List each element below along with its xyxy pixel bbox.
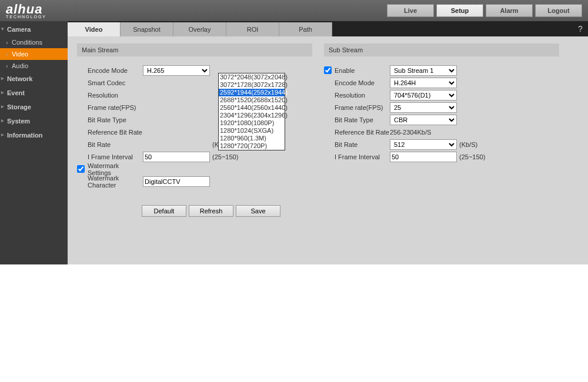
tab-bar: Video Snapshot Overlay ROI Path ?	[68, 21, 588, 36]
sub-brt-label: Bit Rate Type	[335, 116, 390, 123]
sidebar-item-conditions[interactable]: Conditions	[0, 36, 68, 48]
sub-encode-select[interactable]: H.264H	[390, 78, 457, 88]
action-buttons: Default Refresh Save	[142, 205, 312, 217]
nav-alarm[interactable]: Alarm	[486, 4, 533, 17]
res-opt[interactable]: 3072*1728(3072x1728)	[219, 81, 285, 89]
sidebar-network[interactable]: Network	[0, 72, 68, 86]
resolution-dropdown-list[interactable]: 3072*2048(3072x2048) 3072*1728(3072x1728…	[218, 73, 285, 150]
smart-codec-label: Smart Codec	[88, 79, 143, 86]
sidebar-item-video[interactable]: Video	[0, 48, 68, 60]
sub-iframe-hint: (25~150)	[459, 153, 485, 160]
sub-stream-title: Sub Stream	[324, 43, 559, 56]
save-button[interactable]: Save	[236, 205, 280, 217]
topbar: alhua TECHNOLOGY Live Setup Alarm Logout	[0, 0, 588, 21]
encode-mode-label: Encode Mode	[88, 67, 143, 74]
sub-iframe-input[interactable]	[390, 152, 457, 162]
sub-br-unit: (Kb/S)	[459, 141, 477, 148]
watermark-checkbox[interactable]	[77, 165, 85, 173]
sidebar-system[interactable]: System	[0, 114, 68, 128]
sub-refbr-value: 256-2304Kb/S	[390, 129, 431, 136]
sub-res-select[interactable]: 704*576(D1)	[390, 90, 457, 100]
brand-logo: alhua TECHNOLOGY	[6, 3, 46, 19]
content-area: Video Snapshot Overlay ROI Path ? Main S…	[68, 21, 588, 264]
tab-video[interactable]: Video	[68, 22, 121, 36]
bitrate-type-label: Bit Rate Type	[88, 116, 143, 123]
sidebar-item-audio[interactable]: Audio	[0, 60, 68, 72]
refresh-button[interactable]: Refresh	[189, 205, 233, 217]
fps-label: Frame rate(FPS)	[88, 104, 143, 111]
sidebar-information[interactable]: Information	[0, 128, 68, 142]
sub-br-select[interactable]: 512	[390, 139, 457, 150]
nav-live[interactable]: Live	[387, 4, 434, 17]
res-opt[interactable]: 1920*1080(1080P)	[219, 119, 285, 127]
default-button[interactable]: Default	[142, 205, 186, 217]
sidebar: Camera Conditions Video Audio Network Ev…	[0, 21, 68, 264]
resolution-label: Resolution	[88, 92, 143, 99]
res-opt[interactable]: 2560*1440(2560x1440)	[219, 104, 285, 112]
sub-res-label: Resolution	[335, 92, 390, 99]
sub-encode-label: Encode Mode	[335, 79, 390, 86]
main-encode-mode-select[interactable]: H.265	[143, 65, 210, 76]
main-stream-title: Main Stream	[77, 43, 312, 56]
res-opt[interactable]: 1280*1024(SXGA)	[219, 127, 285, 135]
sub-fps-select[interactable]: 25	[390, 102, 457, 113]
nav-logout[interactable]: Logout	[535, 4, 582, 17]
ref-bitrate-label: Reference Bit Rate	[88, 129, 143, 136]
help-icon[interactable]: ?	[573, 21, 588, 36]
sub-brt-select[interactable]: CBR	[390, 115, 457, 125]
tab-overlay[interactable]: Overlay	[173, 22, 226, 36]
sub-enable-label: Enable	[335, 67, 390, 74]
iframe-hint: (25~150)	[212, 153, 238, 160]
res-opt[interactable]: 1280*960(1.3M)	[219, 135, 285, 142]
sidebar-camera[interactable]: Camera	[0, 22, 68, 36]
watermark-char-input[interactable]	[143, 176, 210, 187]
sub-enable-select[interactable]: Sub Stream 1	[390, 65, 457, 76]
sub-refbr-label: Reference Bit Rate	[335, 129, 390, 136]
res-opt[interactable]: 2304*1296(2304x1296)	[219, 112, 285, 119]
nav-setup[interactable]: Setup	[436, 4, 483, 17]
sub-stream-panel: Sub Stream Enable Sub Stream 1 Encode Mo…	[324, 43, 559, 217]
main-iframe-input[interactable]	[143, 152, 210, 162]
sidebar-event[interactable]: Event	[0, 86, 68, 100]
res-opt[interactable]: 1280*720(720P)	[219, 142, 285, 150]
tab-snapshot[interactable]: Snapshot	[121, 22, 173, 36]
tab-roi[interactable]: ROI	[226, 22, 279, 36]
sub-iframe-label: I Frame Interval	[335, 153, 390, 160]
tab-path[interactable]: Path	[279, 22, 332, 36]
sub-enable-checkbox[interactable]	[324, 66, 332, 74]
res-opt[interactable]: 2688*1520(2688x1520)	[219, 96, 285, 104]
bitrate-label: Bit Rate	[88, 141, 143, 148]
brand-name: alhua	[6, 3, 46, 16]
top-nav: Live Setup Alarm Logout	[387, 4, 582, 17]
sub-br-label: Bit Rate	[335, 141, 390, 148]
res-opt[interactable]: 2592*1944(2592x1944)	[219, 89, 285, 96]
sidebar-storage[interactable]: Storage	[0, 100, 68, 114]
res-opt[interactable]: 3072*2048(3072x2048)	[219, 73, 285, 81]
sub-fps-label: Frame rate(FPS)	[335, 104, 390, 111]
watermark-char-label: Watermark Character	[88, 175, 143, 189]
iframe-label: I Frame Interval	[88, 153, 143, 160]
brand-subtitle: TECHNOLOGY	[6, 15, 46, 19]
